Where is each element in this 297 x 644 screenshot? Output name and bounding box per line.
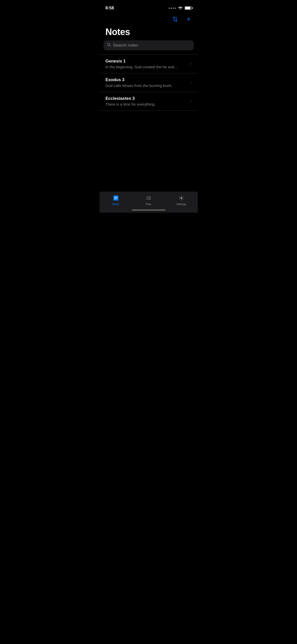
svg-point-11 [181,197,182,199]
note-item-1[interactable]: Exodus 3God calls Moses from the burning… [100,73,198,92]
note-preview-2: There is a time for everything. [106,102,188,106]
search-icon [107,43,111,48]
signal-icon [169,8,176,9]
wifi-icon [178,6,183,10]
note-item-0[interactable]: Genesis 1In the beginning, God created t… [100,55,198,73]
status-time: 8:58 [106,6,114,11]
chevron-icon-2: › [190,99,191,103]
settings-tab-label: Settings [176,203,186,206]
chevron-icon-0: › [190,61,191,66]
settings-tab-icon [178,195,185,202]
tab-plan[interactable]: Plan [140,195,157,206]
toolbar: + [100,13,198,26]
search-input[interactable] [113,43,190,48]
search-container [100,40,198,54]
note-title-0: Genesis 1 [106,59,188,64]
note-preview-0: In the beginning, God created the he and… [106,65,188,69]
battery-icon [185,6,192,10]
note-title-1: Exodus 3 [106,77,188,82]
note-item-2[interactable]: Ecclesiastes 3There is a time for everyt… [100,92,198,111]
status-icons [169,6,192,10]
plan-tab-label: Plan [146,203,151,206]
plan-tab-icon [145,195,152,202]
notes-tab-label: Notes [112,203,119,206]
chevron-icon-1: › [190,80,191,85]
sort-button[interactable] [171,15,179,23]
add-note-button[interactable]: + [185,15,191,24]
home-indicator [132,209,166,211]
tab-notes[interactable]: Notes [107,195,125,206]
status-bar: 8:58 [100,0,198,13]
add-icon: + [186,16,190,23]
tab-settings[interactable]: Settings [173,195,190,206]
note-title-2: Ecclesiastes 3 [106,96,188,101]
page-title: Notes [100,26,198,40]
notes-list: Genesis 1In the beginning, God created t… [100,55,198,111]
note-content-0: Genesis 1In the beginning, God created t… [106,59,188,69]
notes-tab-icon [112,195,119,202]
note-content-2: Ecclesiastes 3There is a time for everyt… [106,96,188,106]
search-bar[interactable] [104,40,194,50]
note-preview-1: God calls Moses from the burning bush. [106,83,188,88]
note-content-1: Exodus 3God calls Moses from the burning… [106,77,188,88]
